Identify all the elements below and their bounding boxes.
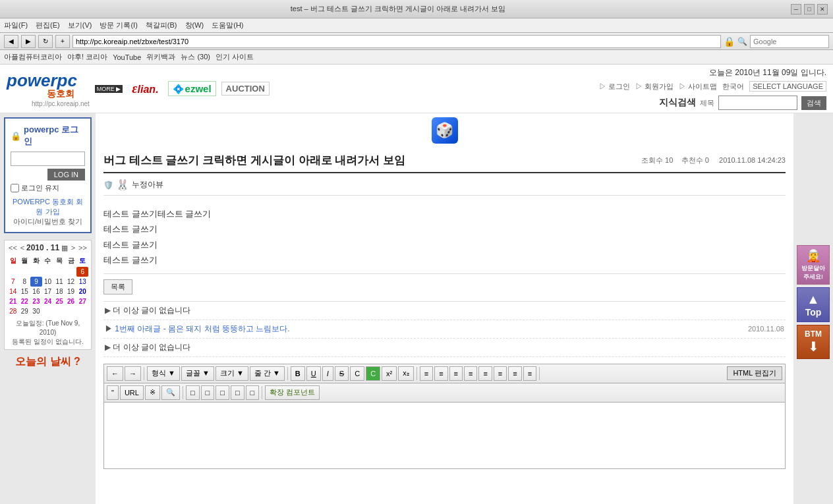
toolbar-redo-btn[interactable]: →: [125, 366, 141, 381]
register-link[interactable]: POWERPC 동호회 회원 가입: [11, 197, 85, 217]
btm-icon: ⬇: [800, 339, 826, 354]
menu-file[interactable]: 파일(F): [4, 20, 28, 30]
bookmark-item-6[interactable]: 인기 사이트: [215, 52, 254, 62]
toolbar-list-ol-btn[interactable]: ≡: [508, 366, 521, 381]
bookmark-item-4[interactable]: 위키백과: [146, 52, 175, 62]
expand-component-btn[interactable]: 확장 컴포넌트: [265, 385, 320, 400]
remember-label: 로그인 유지: [21, 183, 59, 193]
toolbar-align-justify-btn[interactable]: ≡: [464, 366, 477, 381]
toolbar-find-btn[interactable]: 🔍: [161, 385, 180, 400]
editor-toolbar-2: " URL ※ 🔍 □ □ □ □ □ 확장 컴포넌트: [104, 383, 785, 403]
toolbar-line-btn[interactable]: 줄 간 ▼: [250, 366, 285, 381]
toolbar-shape2-btn[interactable]: □: [201, 385, 215, 400]
address-input[interactable]: [72, 35, 721, 48]
top-icon: ▲: [800, 292, 826, 307]
find-credentials-link[interactable]: 아이디/비밀번호 찾기: [11, 217, 85, 227]
bookmark-item-2[interactable]: 야후! 코리아: [67, 52, 107, 62]
toolbar-align-center-btn[interactable]: ≡: [434, 366, 447, 381]
btm-widget[interactable]: BTM ⬇: [797, 325, 830, 359]
back-btn[interactable]: ◀: [4, 35, 18, 48]
toolbar-font-btn[interactable]: 글꼴 ▼: [181, 366, 214, 381]
toolbar-shape5-btn[interactable]: □: [246, 385, 260, 400]
top-widget[interactable]: ▲ Top: [797, 287, 830, 322]
signup-link[interactable]: ▷ 회원가입: [635, 82, 674, 92]
post-line-2: 테스트 글쓰기: [103, 221, 786, 237]
visit-widget[interactable]: 🧝 방문달아 주세요!: [797, 245, 830, 285]
toolbar-sub-btn[interactable]: x₂: [398, 366, 414, 381]
cal-next-next[interactable]: >>: [77, 244, 88, 252]
toolbar-sup-btn[interactable]: x²: [382, 366, 397, 381]
menu-bookmarks[interactable]: 책갈피(B): [146, 20, 177, 30]
menu-help[interactable]: 도움말(H): [212, 20, 243, 30]
toolbar-list-ul-btn[interactable]: ≡: [523, 366, 536, 381]
toolbar-shape3-btn[interactable]: □: [215, 385, 229, 400]
list-button[interactable]: 목록: [103, 279, 132, 294]
toolbar-align-left-btn[interactable]: ≡: [420, 366, 433, 381]
login-btn[interactable]: LOG IN: [47, 169, 85, 181]
author-shield-icon: 🛡️: [103, 181, 113, 190]
login-link[interactable]: ▷ 로그인: [599, 82, 630, 92]
elian-banner[interactable]: εlian.: [128, 80, 162, 98]
secure-icon: 🔒: [724, 36, 735, 47]
auction-banner[interactable]: AUCTION: [221, 82, 270, 96]
cal-grid-icon[interactable]: ▦: [60, 244, 69, 252]
knowledge-search-input[interactable]: [718, 96, 797, 110]
login-box: 🔒 powerpc 로그인 LOG IN 로그인 유지 POWERPC 동호회 …: [4, 117, 92, 233]
editor-content[interactable]: [104, 403, 785, 468]
browser-titlebar: test – 버그 테스트 글쓰기 크릭하면 게시글이 아래로 내려가서 보임 …: [0, 0, 833, 65]
post-date: 2010.11.08 14:24:23: [719, 156, 786, 164]
toolbar-undo-btn[interactable]: ←: [107, 366, 123, 381]
bookmark-item-5[interactable]: 뉴스 (30): [181, 52, 210, 62]
toolbar-underline-btn[interactable]: U: [306, 366, 321, 381]
toolbar-size-btn[interactable]: 크기 ▼: [215, 366, 248, 381]
username-input[interactable]: [11, 152, 85, 166]
reload-btn[interactable]: ↻: [38, 35, 53, 48]
author-avatar-icon: 🐰: [116, 179, 129, 191]
toolbar-shape4-btn[interactable]: □: [231, 385, 244, 400]
select-language[interactable]: SELECT LANGUAGE: [749, 81, 826, 92]
prev-post-text[interactable]: 1번째 아래글 - 몸은 돼지 처럼 뚱뚱하고 느림보다.: [115, 324, 289, 333]
minimize-btn[interactable]: ─: [791, 4, 801, 14]
new-tab-btn[interactable]: +: [55, 35, 70, 48]
prev-post-link[interactable]: ▶ 1번째 아래글 - 몸은 돼지 처럼 뚱뚱하고 느림보다. 2010.11.…: [103, 320, 786, 339]
toolbar-color-btn[interactable]: C: [350, 366, 364, 381]
menu-view[interactable]: 보기(V): [68, 20, 92, 30]
no-next-post: ▶ 더 이상 글이 없습니다: [103, 339, 786, 357]
toolbar-strike-btn[interactable]: S: [335, 366, 349, 381]
remember-checkbox[interactable]: [11, 184, 19, 192]
toolbar-url-btn[interactable]: URL: [120, 385, 144, 400]
post-line-3: 테스트 글쓰기: [103, 237, 786, 252]
toolbar-format-btn[interactable]: 형식 ▼: [147, 366, 180, 381]
toolbar-bgcolor-btn[interactable]: C: [366, 366, 380, 381]
bookmark-item-3[interactable]: YouTube: [113, 53, 141, 61]
cal-next[interactable]: >: [70, 244, 76, 252]
search-input[interactable]: [750, 35, 829, 48]
bookmark-item-1[interactable]: 아플컴퓨터코리아: [4, 52, 62, 62]
menu-edit[interactable]: 편집(E): [36, 20, 60, 30]
post-author: 🛡️ 🐰 누정아뷰: [103, 179, 786, 196]
toolbar-align-right-btn[interactable]: ≡: [449, 366, 463, 381]
restore-btn[interactable]: □: [804, 4, 815, 14]
toolbar-indent-btn[interactable]: ≡: [478, 366, 492, 381]
right-sidebar: 🧝 방문달아 주세요! ▲ Top BTM ⬇: [793, 113, 833, 504]
cal-prev-prev[interactable]: <<: [7, 244, 18, 252]
lock-icon: 🔒: [11, 131, 21, 141]
toolbar-italic-btn[interactable]: I: [322, 366, 333, 381]
search-type: 제목: [700, 98, 714, 108]
toolbar-special-btn[interactable]: ※: [145, 385, 160, 400]
knowledge-search-btn[interactable]: 검색: [801, 96, 826, 110]
ezwel-banner[interactable]: 💠 ezwel: [168, 81, 216, 96]
toolbar-outdent-btn[interactable]: ≡: [494, 366, 507, 381]
nav-posts: ▶ 더 이상 글이 없습니다 ▶ 1번째 아래글 - 몸은 돼지 처럼 뚱뚱하고…: [103, 301, 786, 357]
sitemap-link[interactable]: ▷ 사이트맵: [679, 82, 717, 92]
toolbar-bold-btn[interactable]: B: [291, 366, 305, 381]
forward-btn[interactable]: ▶: [21, 35, 36, 48]
toolbar-quote-btn[interactable]: ": [107, 385, 119, 400]
menu-history[interactable]: 방문 기록(I): [100, 20, 137, 30]
html-edit-btn[interactable]: HTML 편집기: [727, 366, 782, 380]
post-title: 버그 테스트 글쓰기 크릭하면 게시글이 아래로 내려가서 보임: [103, 153, 405, 168]
toolbar-shape1-btn[interactable]: □: [186, 385, 200, 400]
menu-window[interactable]: 창(W): [185, 20, 204, 30]
cal-prev[interactable]: <: [19, 244, 26, 252]
close-btn[interactable]: ✕: [817, 4, 828, 14]
